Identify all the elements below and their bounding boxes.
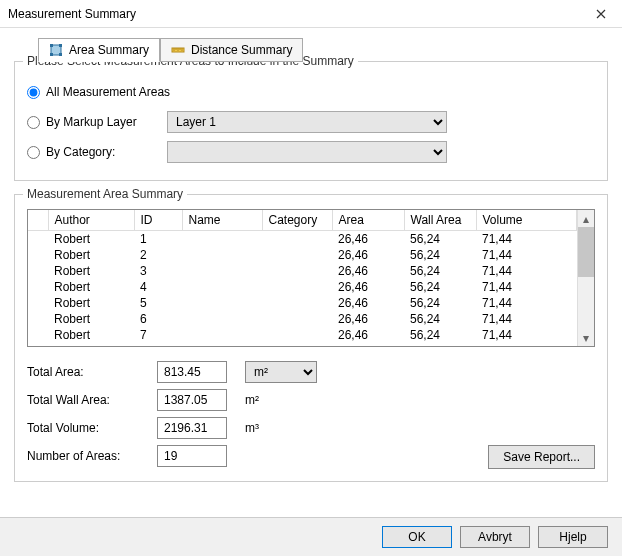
tab-area-summary[interactable]: Area Summary (38, 38, 160, 62)
distance-icon (171, 43, 185, 57)
close-button[interactable] (580, 0, 622, 28)
svg-rect-4 (59, 53, 62, 56)
cell-id: 6 (134, 311, 182, 327)
scroll-down-icon[interactable]: ▾ (578, 329, 594, 346)
table-row[interactable]: Robert526,4656,2471,44 (28, 295, 577, 311)
titlebar: Measurement Summary (0, 0, 622, 28)
cell-id: 7 (134, 327, 182, 343)
cell-author: Robert (48, 247, 134, 263)
cell-area: 26,46 (332, 279, 404, 295)
dialog-footer: OK Avbryt Hjelp (0, 517, 622, 556)
cell-author: Robert (48, 295, 134, 311)
tab-distance-label: Distance Summary (191, 43, 292, 57)
save-report-button[interactable]: Save Report... (488, 445, 595, 469)
tab-distance-summary[interactable]: Distance Summary (160, 38, 303, 62)
cell-volume: 71,44 (476, 279, 577, 295)
layer-select[interactable]: Layer 1 (167, 111, 447, 133)
cell-wall: 56,24 (404, 311, 476, 327)
table-row[interactable]: Robert326,4656,2471,44 (28, 263, 577, 279)
cell-volume: 71,44 (476, 295, 577, 311)
radio-layer-input[interactable] (27, 116, 40, 129)
total-wall-value[interactable] (157, 389, 227, 411)
cell-area: 26,46 (332, 231, 404, 248)
cell-area: 26,46 (332, 247, 404, 263)
col-name[interactable]: Name (182, 210, 262, 231)
cell-name (182, 279, 262, 295)
help-button[interactable]: Hjelp (538, 526, 608, 548)
summary-table: Author ID Name Category Area Wall Area V… (28, 210, 577, 343)
col-id[interactable]: ID (134, 210, 182, 231)
cell-area: 26,46 (332, 311, 404, 327)
cell-id: 4 (134, 279, 182, 295)
cell-author: Robert (48, 311, 134, 327)
cell-volume: 71,44 (476, 311, 577, 327)
cell-area: 26,46 (332, 295, 404, 311)
radio-all-areas[interactable]: All Measurement Areas (27, 85, 170, 99)
cell-volume: 71,44 (476, 327, 577, 343)
cell-area: 26,46 (332, 327, 404, 343)
total-volume-value[interactable] (157, 417, 227, 439)
cell-wall: 56,24 (404, 279, 476, 295)
cell-author: Robert (48, 231, 134, 248)
col-category[interactable]: Category (262, 210, 332, 231)
table-scrollbar[interactable]: ▴ ▾ (577, 210, 594, 346)
cell-name (182, 295, 262, 311)
total-area-label: Total Area: (27, 365, 157, 379)
cell-area: 26,46 (332, 263, 404, 279)
total-volume-label: Total Volume: (27, 421, 157, 435)
col-volume[interactable]: Volume (476, 210, 577, 231)
cell-category (262, 279, 332, 295)
count-value[interactable] (157, 445, 227, 467)
tab-area-label: Area Summary (69, 43, 149, 57)
cancel-button[interactable]: Avbryt (460, 526, 530, 548)
cell-name (182, 231, 262, 248)
radio-by-layer[interactable]: By Markup Layer (27, 115, 167, 129)
close-icon (596, 9, 606, 19)
cell-volume: 71,44 (476, 263, 577, 279)
table-row[interactable]: Robert426,4656,2471,44 (28, 279, 577, 295)
cell-id: 3 (134, 263, 182, 279)
cell-wall: 56,24 (404, 231, 476, 248)
svg-rect-2 (59, 44, 62, 47)
cell-name (182, 327, 262, 343)
area-unit-select[interactable]: m² (245, 361, 317, 383)
cell-category (262, 295, 332, 311)
col-wall[interactable]: Wall Area (404, 210, 476, 231)
col-author[interactable]: Author (48, 210, 134, 231)
table-row[interactable]: Robert726,4656,2471,44 (28, 327, 577, 343)
category-select[interactable] (167, 141, 447, 163)
summary-group: Measurement Area Summary Author ID Name … (14, 194, 608, 482)
radio-by-category[interactable]: By Category: (27, 145, 167, 159)
cell-volume: 71,44 (476, 231, 577, 248)
table-row[interactable]: Robert226,4656,2471,44 (28, 247, 577, 263)
cell-id: 2 (134, 247, 182, 263)
cell-name (182, 247, 262, 263)
scroll-up-icon[interactable]: ▴ (578, 210, 594, 227)
cell-category (262, 311, 332, 327)
radio-category-label: By Category: (46, 145, 115, 159)
cell-category (262, 263, 332, 279)
cell-author: Robert (48, 327, 134, 343)
ok-button[interactable]: OK (382, 526, 452, 548)
col-area[interactable]: Area (332, 210, 404, 231)
cell-volume: 71,44 (476, 247, 577, 263)
svg-rect-3 (50, 53, 53, 56)
col-pad[interactable] (28, 210, 48, 231)
cell-id: 1 (134, 231, 182, 248)
radio-all-label: All Measurement Areas (46, 85, 170, 99)
summary-legend: Measurement Area Summary (23, 187, 187, 201)
radio-all-input[interactable] (27, 86, 40, 99)
total-area-value[interactable] (157, 361, 227, 383)
cell-wall: 56,24 (404, 263, 476, 279)
summary-table-wrap: Author ID Name Category Area Wall Area V… (27, 209, 595, 347)
cell-wall: 56,24 (404, 295, 476, 311)
tab-bar: Area Summary Distance Summary (38, 38, 608, 62)
scroll-thumb[interactable] (578, 227, 594, 277)
table-row[interactable]: Robert626,4656,2471,44 (28, 311, 577, 327)
table-row[interactable]: Robert126,4656,2471,44 (28, 231, 577, 248)
cell-category (262, 231, 332, 248)
area-icon (49, 43, 63, 57)
svg-rect-1 (50, 44, 53, 47)
cell-id: 5 (134, 295, 182, 311)
radio-category-input[interactable] (27, 146, 40, 159)
